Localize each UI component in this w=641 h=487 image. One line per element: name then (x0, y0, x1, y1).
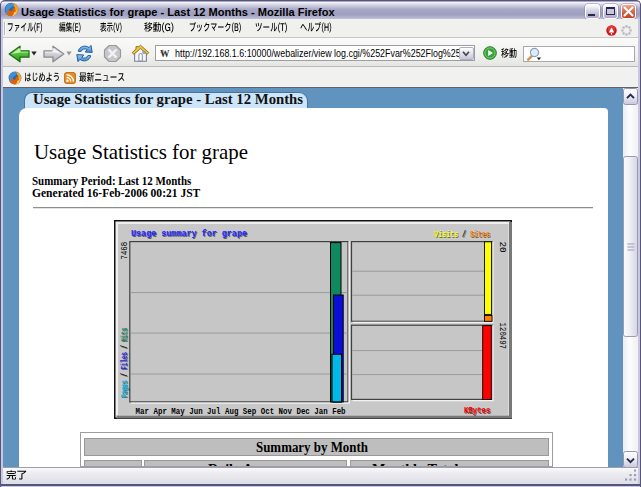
svg-text:KBytes: KBytes (464, 406, 490, 416)
svg-text:Mar Apr May Jun Jul Aug Sep Oc: Mar Apr May Jun Jul Aug Sep Oct Nov Dec … (136, 407, 346, 417)
svg-text:W: W (160, 49, 170, 59)
svg-text:Generated 16-Feb-2006 00:21 JS: Generated 16-Feb-2006 00:21 JST (32, 186, 201, 200)
svg-text:http://192.168.1.6:10000/webal: http://192.168.1.6:10000/webalizer/view … (175, 47, 471, 59)
svg-text:20: 20 (497, 241, 507, 252)
svg-text:Visits / Sites: Visits / Sites (434, 230, 490, 240)
svg-text:120497: 120497 (497, 323, 507, 349)
svg-text:Usage Statistics for grape - L: Usage Statistics for grape - Last 12 Mon… (21, 6, 335, 18)
svg-text:Pages / Files / Hits: Pages / Files / Hits (120, 328, 130, 398)
svg-text:Usage Statistics for grape: Usage Statistics for grape (34, 140, 248, 164)
svg-text:Usage summary for grape: Usage summary for grape (131, 228, 247, 239)
svg-text:Summary by Month: Summary by Month (256, 440, 368, 455)
svg-text:7468: 7468 (120, 242, 130, 260)
svg-text:Usage Statistics for grape - L: Usage Statistics for grape - Last 12 Mon… (33, 92, 304, 107)
